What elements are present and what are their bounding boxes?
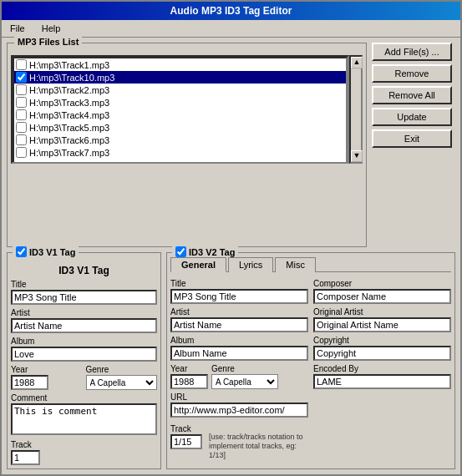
v2-title-label: Title (170, 279, 308, 288)
list-item[interactable]: H:\mp3\Track3.mp3 (14, 96, 346, 109)
v2-original-artist-input[interactable] (313, 317, 451, 332)
v1-artist-label: Artist (11, 308, 157, 317)
list-item[interactable]: H:\mp3\Track2.mp3 (14, 84, 346, 96)
v2-track-row: Track [use: track/tracks notation to imp… (170, 421, 308, 459)
right-buttons-panel: Add File(s) ... Remove Remove All Update… (372, 43, 455, 247)
v2-composer-input[interactable] (313, 289, 451, 304)
v2-genre-group: Genre A Capella Alternative (211, 361, 278, 389)
v2-left-col: Title Artist Album Year Genre (170, 276, 308, 459)
v2-url-label: URL (170, 392, 308, 402)
v2-track-input[interactable] (170, 434, 202, 449)
v2-copyright-input[interactable] (313, 346, 451, 361)
list-item[interactable]: H:\mp3\Track5.mp3 (14, 121, 346, 134)
file-checkbox[interactable] (16, 59, 27, 70)
v2-album-label: Album (170, 336, 308, 345)
remove-all-button[interactable]: Remove All (372, 86, 452, 104)
menu-file[interactable]: File (5, 22, 30, 35)
v1-album-input[interactable] (11, 347, 157, 362)
v2-general-content: Title Artist Album Year Genre (170, 276, 451, 459)
file-name: H:\mp3\Track2.mp3 (29, 85, 109, 95)
id3v1-title: ID3 V1 Tag (11, 265, 157, 276)
id3v2-panel: ID3 V2 Tag General Lyrics Misc Title Art… (166, 252, 455, 469)
update-button[interactable]: Update (372, 108, 452, 126)
tab-misc[interactable]: Misc (275, 257, 316, 272)
v2-year-group: Year (170, 361, 208, 389)
v1-genre-select[interactable]: A Capella Alternative Blues Classical (86, 375, 158, 390)
main-window: Audio MP3 ID3 Tag Editor File Help MP3 F… (0, 0, 462, 476)
list-item[interactable]: H:\mp3\Track10.mp3 (14, 71, 346, 84)
file-name: H:\mp3\Track6.mp3 (29, 135, 109, 145)
id3v1-checkbox[interactable] (16, 246, 27, 257)
file-name: H:\mp3\Track5.mp3 (29, 123, 109, 133)
id3v2-legend: ID3 V2 Tag (172, 246, 238, 257)
list-item[interactable]: H:\mp3\Track6.mp3 (14, 134, 346, 146)
v2-year-input[interactable] (170, 374, 208, 389)
file-checkbox[interactable] (16, 122, 27, 133)
v2-url-input[interactable] (170, 403, 308, 418)
v2-artist-label: Artist (170, 307, 308, 316)
v2-encoded-by-input[interactable] (313, 374, 451, 389)
title-bar: Audio MP3 ID3 Tag Editor (2, 2, 460, 20)
v1-year-label: Year (11, 365, 83, 374)
list-item[interactable]: H:\mp3\Track1.mp3 (14, 58, 346, 71)
v2-genre-label: Genre (211, 364, 278, 373)
tab-general[interactable]: General (170, 257, 226, 272)
v1-track-label: Track (11, 440, 157, 449)
mp3-files-group: MP3 Files List H:\mp3\Track1.mp3H:\mp3\T… (7, 43, 367, 247)
file-list-wrapper: H:\mp3\Track1.mp3H:\mp3\Track10.mp3H:\mp… (11, 55, 363, 164)
v2-track-note: [use: track/tracks notation to implement… (209, 433, 308, 459)
file-name: H:\mp3\Track3.mp3 (29, 98, 109, 108)
remove-button[interactable]: Remove (372, 64, 452, 83)
v1-year-genre-row: Year Genre A Capella Alternative Blues C… (11, 362, 157, 390)
v2-track-group: Track (170, 421, 202, 449)
scrollbar-up[interactable]: ▲ (351, 57, 363, 68)
file-checkbox[interactable] (16, 134, 27, 145)
v1-genre-label: Genre (86, 365, 158, 374)
file-checkbox[interactable] (16, 109, 27, 120)
v2-album-input[interactable] (170, 346, 308, 361)
tab-lyrics[interactable]: Lyrics (228, 257, 273, 272)
v1-genre-group: Genre A Capella Alternative Blues Classi… (86, 362, 158, 390)
v1-comment-input[interactable]: This is comment (11, 403, 157, 435)
file-checkbox[interactable] (16, 72, 27, 83)
v2-title-input[interactable] (170, 289, 308, 304)
file-name: H:\mp3\Track4.mp3 (29, 110, 109, 120)
file-name: H:\mp3\Track7.mp3 (29, 148, 109, 158)
v2-track-label: Track (170, 424, 202, 433)
v2-artist-input[interactable] (170, 317, 308, 332)
v2-genre-select[interactable]: A Capella Alternative (211, 374, 278, 389)
id3v2-checkbox[interactable] (175, 246, 186, 257)
file-checkbox[interactable] (16, 97, 27, 108)
v1-comment-label: Comment (11, 393, 157, 403)
file-list[interactable]: H:\mp3\Track1.mp3H:\mp3\Track10.mp3H:\mp… (13, 57, 348, 164)
v1-artist-input[interactable] (11, 318, 157, 333)
v2-original-artist-label: Original Artist (313, 307, 451, 316)
file-list-container[interactable]: H:\mp3\Track1.mp3H:\mp3\Track10.mp3H:\mp… (11, 55, 349, 164)
file-checkbox[interactable] (16, 147, 27, 158)
main-content: MP3 Files List H:\mp3\Track1.mp3H:\mp3\T… (2, 38, 460, 252)
v1-track-input[interactable] (11, 450, 40, 465)
menu-bar: File Help (2, 20, 460, 38)
exit-button[interactable]: Exit (372, 129, 452, 148)
tab-bar: General Lyrics Misc (170, 256, 451, 272)
v2-composer-label: Composer (313, 279, 451, 288)
mp3-list-legend: MP3 Files List (14, 37, 82, 47)
v2-year-genre-row: Year Genre A Capella Alternative (170, 361, 308, 389)
v2-encoded-by-label: Encoded By (313, 364, 451, 373)
bottom-panels: ID3 V1 Tag ID3 V1 Tag Title Artist Album… (2, 252, 460, 474)
v1-album-label: Album (11, 337, 157, 346)
window-title: Audio MP3 ID3 Tag Editor (170, 5, 292, 17)
list-item[interactable]: H:\mp3\Track4.mp3 (14, 109, 346, 121)
v1-title-input[interactable] (11, 290, 157, 305)
scrollbar-down[interactable]: ▼ (351, 150, 363, 162)
file-name: H:\mp3\Track10.mp3 (29, 73, 114, 83)
v1-title-label: Title (11, 280, 157, 289)
id3v1-panel: ID3 V1 Tag ID3 V1 Tag Title Artist Album… (7, 252, 161, 469)
v1-year-input[interactable] (11, 375, 48, 390)
file-checkbox[interactable] (16, 84, 27, 95)
list-item[interactable]: H:\mp3\Track7.mp3 (14, 146, 346, 159)
file-name: H:\mp3\Track1.mp3 (29, 60, 109, 70)
v2-right-col: Composer Original Artist Copyright Encod… (313, 276, 451, 459)
add-files-button[interactable]: Add File(s) ... (372, 43, 452, 61)
menu-help[interactable]: Help (37, 22, 66, 35)
